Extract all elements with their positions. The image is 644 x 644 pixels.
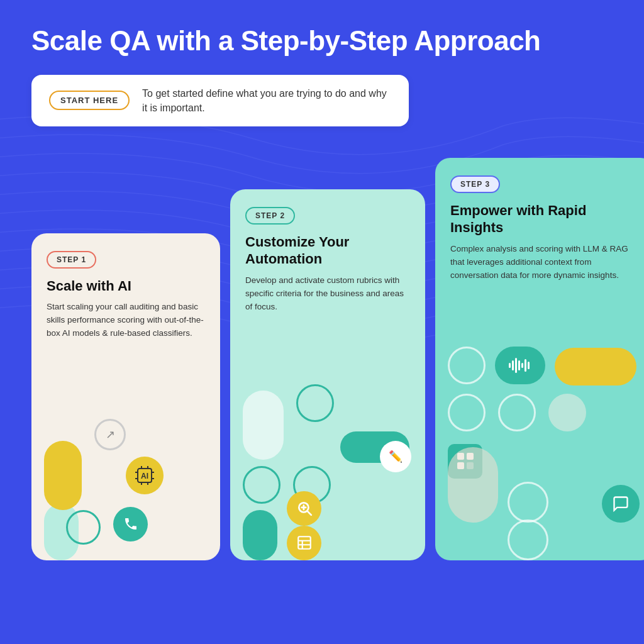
step-2-badge: STEP 2 [245, 207, 295, 225]
step-3-card: STEP 3 Empower with Rapid Insights Compl… [435, 158, 644, 560]
svg-text:AI: AI [141, 472, 148, 480]
ai-icon-circle: AI [126, 457, 164, 494]
card-1-description: Start scaling your call auditing and bas… [47, 301, 205, 340]
card-1-content: STEP 1 Scale with AI Start scaling your … [31, 233, 220, 340]
svg-line-12 [307, 511, 311, 515]
card-3-decorations [435, 397, 644, 560]
c3-yellow-pill [555, 348, 636, 386]
c3-circle-3 [498, 394, 536, 431]
card-1-decorations: ↗ AI [31, 397, 220, 560]
card-2-title: Customize Your Automation [245, 233, 410, 268]
phone-icon-circle [113, 507, 148, 541]
c2-bottom-pill [243, 510, 277, 560]
export-icon-circle: ↗ [94, 419, 126, 450]
svg-rect-15 [298, 537, 311, 550]
start-here-description: To get started define what you are tryin… [142, 86, 391, 115]
step-3-badge: STEP 3 [450, 175, 500, 193]
c3-cream-pill [448, 447, 498, 523]
c2-pill-left [243, 391, 284, 460]
svg-rect-22 [518, 360, 520, 370]
page-title: Scale QA with a Step-by-Step Approach [31, 25, 613, 57]
c3-circle-bottom-1 [508, 482, 548, 523]
card-2-content: STEP 2 Customize Your Automation Develop… [230, 189, 425, 314]
step-2-card: STEP 2 Customize Your Automation Develop… [230, 189, 425, 560]
svg-rect-24 [525, 359, 526, 372]
deco-yellow-pill [44, 441, 82, 510]
svg-rect-21 [515, 358, 517, 373]
svg-rect-20 [512, 360, 514, 370]
c2-table-icon [287, 526, 321, 560]
deco-circle-outline [66, 510, 101, 545]
step-1-card: STEP 1 Scale with AI Start scaling your … [31, 233, 220, 560]
start-here-box: START HERE To get started define what yo… [31, 75, 409, 126]
c3-circle-bottom-2 [508, 519, 548, 560]
page-wrapper: Scale QA with a Step-by-Step Approach ST… [0, 0, 644, 560]
svg-rect-23 [521, 363, 523, 368]
c2-circle-2 [243, 466, 280, 504]
svg-rect-19 [509, 363, 511, 368]
card-2-description: Develop and activate custom rubrics with… [245, 274, 410, 314]
card-2-decorations: ✏️ [230, 397, 425, 560]
c3-chat-icon [602, 485, 640, 523]
step-1-badge: STEP 1 [47, 251, 96, 269]
card-1-title: Scale with AI [47, 277, 205, 295]
c2-search-icon [287, 491, 321, 526]
c2-circle-1 [296, 384, 334, 422]
cards-container: STEP 1 Scale with AI Start scaling your … [31, 158, 613, 560]
c3-soundwave-icon [495, 347, 545, 384]
c3-circle-2 [448, 394, 486, 431]
card-3-content: STEP 3 Empower with Rapid Insights Compl… [435, 158, 644, 282]
card-3-description: Complex analysis and scoring with LLM & … [450, 243, 640, 282]
card-3-title: Empower with Rapid Insights [450, 202, 640, 236]
c2-edit-icon: ✏️ [380, 441, 411, 472]
c3-cream-circle [548, 394, 586, 431]
svg-rect-25 [528, 362, 530, 369]
c3-circle-1 [448, 347, 486, 384]
start-here-badge: START HERE [49, 91, 130, 110]
